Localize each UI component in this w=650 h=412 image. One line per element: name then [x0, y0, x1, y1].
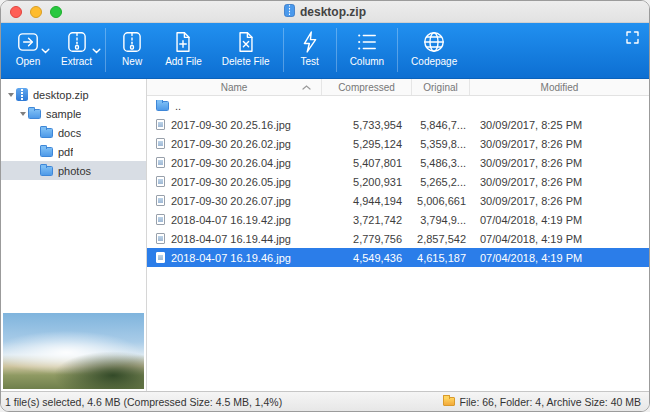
original-size-cell: 5,265,2... [412, 176, 470, 188]
file-name-text: .. [175, 100, 181, 112]
content-area: desktop.zipsampledocspdfphotos Name Comp… [1, 79, 649, 391]
toolbar-button-test[interactable]: Test [287, 27, 333, 67]
fullscreen-expand-icon[interactable] [626, 30, 639, 48]
toolbar-separator [105, 28, 106, 72]
original-size-cell: 4,615,187 [412, 252, 470, 264]
column-header-original[interactable]: Original [412, 79, 470, 95]
modified-date-cell: 30/09/2017, 8:25 PM [470, 119, 649, 131]
minimize-window-button[interactable] [30, 6, 42, 18]
toolbar-button-label: Delete File [222, 56, 270, 67]
test-icon [297, 29, 323, 55]
modified-date-cell: 30/09/2017, 8:26 PM [470, 138, 649, 150]
chevron-down-icon[interactable] [41, 40, 50, 58]
table-row[interactable]: 2017-09-30 20.26.02.jpg5,295,1245,359,8.… [147, 134, 649, 153]
file-name-cell: 2017-09-30 20.26.04.jpg [147, 157, 322, 169]
sidebar-item-pdf[interactable]: pdf [1, 142, 146, 161]
new-archive-icon [119, 29, 145, 55]
original-size-cell: 2,857,542 [412, 233, 470, 245]
original-size-cell: 5,486,3... [412, 157, 470, 169]
table-row[interactable]: 2017-09-30 20.25.16.jpg5,733,9545,846,7.… [147, 115, 649, 134]
toolbar-button-add-file[interactable]: Add File [155, 27, 212, 67]
folder-icon [443, 397, 455, 406]
statusbar: 1 file(s) selected, 4.6 MB (Compressed S… [1, 391, 649, 411]
table-row[interactable]: 2017-09-30 20.26.05.jpg5,200,9315,265,2.… [147, 172, 649, 191]
table-header: Name Compressed Original Modified [147, 79, 649, 96]
window-title-group: desktop.zip [284, 3, 366, 21]
sidebar-item-docs[interactable]: docs [1, 123, 146, 142]
toolbar: OpenExtractNewAdd FileDelete FileTestCol… [1, 23, 649, 79]
table-row[interactable]: .. [147, 96, 649, 115]
table-row[interactable]: 2018-04-07 16.19.42.jpg3,721,7423,794,9.… [147, 210, 649, 229]
sidebar-item-photos[interactable]: photos [1, 161, 146, 180]
table-row[interactable]: 2018-04-07 16.19.46.jpg4,549,4364,615,18… [147, 248, 649, 267]
toolbar-button-label: Test [300, 56, 318, 67]
file-icon [156, 233, 165, 244]
file-name-text: 2017-09-30 20.26.04.jpg [171, 157, 291, 169]
original-size-cell: 5,006,661 [412, 195, 470, 207]
compressed-size-cell: 2,779,756 [322, 233, 412, 245]
toolbar-button-label: Extract [61, 56, 92, 67]
toolbar-button-label: Codepage [411, 56, 457, 67]
original-size-cell: 3,794,9... [412, 214, 470, 226]
zip-document-icon [284, 3, 295, 21]
titlebar: desktop.zip [1, 1, 649, 23]
toolbar-separator [397, 28, 398, 72]
original-size-cell: 5,359,8... [412, 138, 470, 150]
file-name-cell: 2017-09-30 20.25.16.jpg [147, 119, 322, 131]
sidebar-item-desktop-zip[interactable]: desktop.zip [1, 85, 146, 104]
toolbar-button-delete-file[interactable]: Delete File [212, 27, 280, 67]
modified-date-cell: 30/09/2017, 8:26 PM [470, 157, 649, 169]
column-header-label: Modified [541, 82, 579, 93]
toolbar-items: OpenExtractNewAdd FileDelete FileTestCol… [5, 27, 467, 72]
folder-icon [40, 166, 53, 176]
file-icon [156, 252, 165, 263]
toolbar-button-codepage[interactable]: Codepage [401, 27, 467, 67]
sidebar-item-sample[interactable]: sample [1, 104, 146, 123]
table-row[interactable]: 2017-09-30 20.26.07.jpg4,944,1945,006,66… [147, 191, 649, 210]
toolbar-button-label: Add File [165, 56, 202, 67]
folder-icon [40, 147, 53, 157]
table-row[interactable]: 2017-09-30 20.26.04.jpg5,407,8015,486,3.… [147, 153, 649, 172]
modified-date-cell: 07/04/2018, 4:19 PM [470, 252, 649, 264]
column-header-label: Name [221, 82, 248, 93]
toolbar-button-new[interactable]: New [109, 27, 155, 67]
toolbar-button-open[interactable]: Open [5, 27, 51, 67]
file-icon [156, 176, 165, 187]
table-row[interactable]: 2018-04-07 16.19.44.jpg2,779,7562,857,54… [147, 229, 649, 248]
sidebar-tree: desktop.zipsampledocspdfphotos [1, 85, 146, 180]
compressed-size-cell: 4,549,436 [322, 252, 412, 264]
sidebar-item-label: docs [58, 127, 81, 139]
compressed-size-cell: 5,407,801 [322, 157, 412, 169]
chevron-down-icon[interactable] [92, 40, 101, 58]
column-header-name[interactable]: Name [147, 79, 322, 95]
file-name-text: 2017-09-30 20.26.07.jpg [171, 195, 291, 207]
zoom-window-button[interactable] [50, 6, 62, 18]
modified-date-cell: 07/04/2018, 4:19 PM [470, 233, 649, 245]
archive-summary-group: File: 66, Folder: 4, Archive Size: 40 MB [443, 396, 642, 408]
column-icon [354, 29, 380, 55]
compressed-size-cell: 4,944,194 [322, 195, 412, 207]
archive-summary: File: 66, Folder: 4, Archive Size: 40 MB [460, 396, 642, 408]
file-name-cell: 2017-09-30 20.26.07.jpg [147, 195, 322, 207]
folder-icon [156, 101, 169, 111]
toolbar-button-extract[interactable]: Extract [51, 27, 102, 67]
toolbar-button-column[interactable]: Column [340, 27, 394, 67]
file-name-cell: 2018-04-07 16.19.42.jpg [147, 214, 322, 226]
column-header-compressed[interactable]: Compressed [322, 79, 412, 95]
close-window-button[interactable] [10, 6, 22, 18]
file-icon [156, 157, 165, 168]
add-file-icon [170, 29, 196, 55]
sidebar-item-label: photos [58, 165, 91, 177]
modified-date-cell: 30/09/2017, 8:26 PM [470, 176, 649, 188]
delete-file-icon [233, 29, 259, 55]
compressed-size-cell: 5,295,124 [322, 138, 412, 150]
traffic-lights [10, 1, 62, 22]
disclosure-triangle-icon[interactable] [18, 112, 28, 116]
column-header-label: Compressed [338, 82, 395, 93]
file-icon [156, 119, 165, 130]
column-header-modified[interactable]: Modified [470, 79, 649, 95]
file-name-cell: 2018-04-07 16.19.46.jpg [147, 252, 322, 264]
sidebar-item-label: desktop.zip [33, 89, 89, 101]
disclosure-triangle-icon[interactable] [6, 93, 16, 97]
sort-ascending-icon [302, 85, 311, 90]
